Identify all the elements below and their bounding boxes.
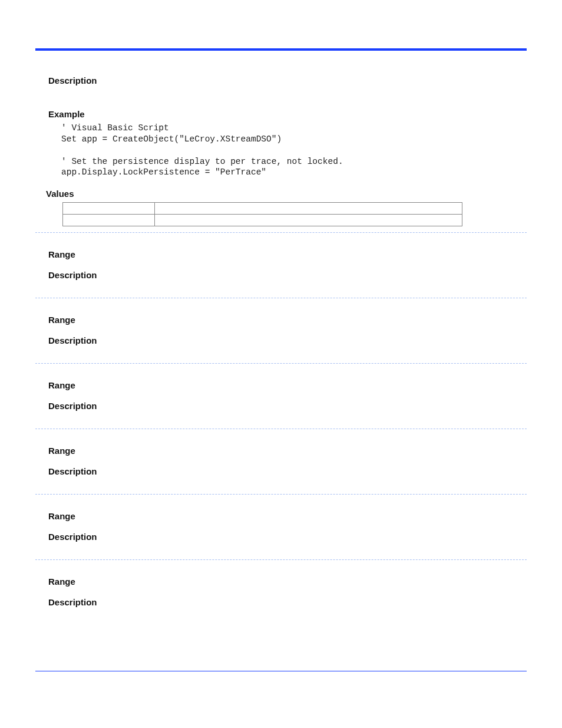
table-cell [63, 215, 155, 226]
description-heading: Description [48, 597, 514, 607]
range-heading: Range [48, 315, 514, 325]
property-block: Range Description [48, 364, 514, 411]
description-heading: Description [48, 401, 514, 411]
values-heading: Values [46, 189, 514, 199]
range-heading: Range [48, 446, 514, 456]
description-heading: Description [48, 466, 514, 476]
description-heading: Description [48, 75, 514, 85]
bottom-rule [35, 671, 527, 671]
table-row [63, 215, 462, 226]
table-row [63, 203, 462, 215]
range-heading: Range [48, 577, 514, 587]
table-cell [63, 203, 155, 215]
content-area: Description Example ' Visual Basic Scrip… [35, 51, 527, 607]
example-heading: Example [48, 109, 514, 119]
range-heading: Range [48, 249, 514, 259]
property-block: Range Description [48, 560, 514, 607]
description-heading: Description [48, 532, 514, 542]
example-code: ' Visual Basic Script Set app = CreateOb… [61, 123, 514, 178]
property-block: Range Description [48, 298, 514, 345]
property-block: Range Description [48, 429, 514, 476]
range-heading: Range [48, 380, 514, 390]
description-heading: Description [48, 335, 514, 345]
table-cell [155, 203, 462, 215]
description-heading: Description [48, 270, 514, 280]
table-cell [155, 215, 462, 226]
property-block: Range Description [48, 495, 514, 542]
property-block: Range Description [48, 233, 514, 280]
range-heading: Range [48, 511, 514, 521]
values-table [62, 202, 462, 226]
